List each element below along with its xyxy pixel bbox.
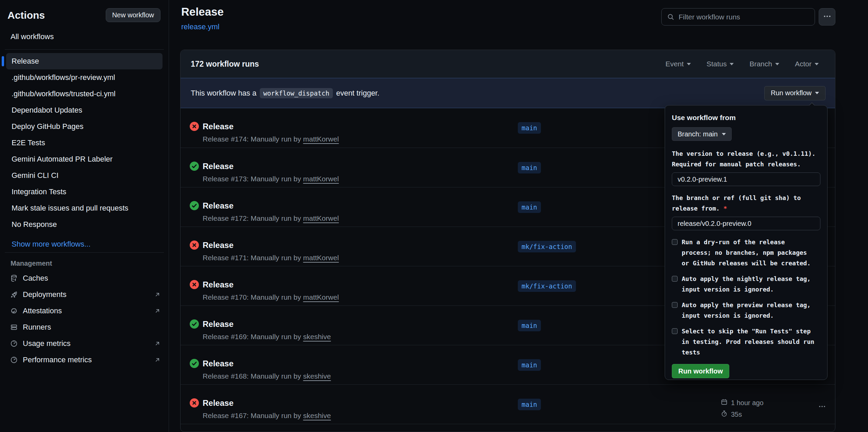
- workflow-item-label: Gemini Automated PR Labeler: [12, 155, 113, 164]
- chevron-down-icon: [687, 63, 691, 65]
- workflow-item-label: No Response: [12, 220, 57, 229]
- sidebar-workflow-item[interactable]: .github/workflows/trusted-ci.yml: [6, 86, 163, 102]
- success-icon: [190, 359, 199, 368]
- actor-link[interactable]: mattKorwel: [303, 293, 339, 301]
- actor-link[interactable]: mattKorwel: [303, 135, 339, 143]
- management-item-label: Usage metrics: [23, 339, 71, 348]
- branch-badge[interactable]: main: [518, 359, 541, 371]
- branch-badge[interactable]: mk/fix-action: [518, 241, 576, 252]
- sidebar-workflow-item[interactable]: Dependabot Updates: [6, 102, 163, 118]
- workflow-input[interactable]: [672, 172, 820, 186]
- management-item[interactable]: Runners: [0, 319, 169, 335]
- checkbox-label: Auto apply the preview release tag, inpu…: [682, 300, 815, 321]
- workflow-checkbox-row[interactable]: Run a dry-run of the release process; no…: [672, 237, 820, 268]
- arrow-up-right-icon: [154, 340, 161, 347]
- all-workflows-link[interactable]: All workflows: [11, 32, 160, 41]
- checkbox[interactable]: [672, 276, 678, 282]
- workflow-input[interactable]: [672, 217, 820, 230]
- run-workflow-dropdown-button[interactable]: Run workflow: [764, 86, 826, 100]
- sidebar-workflow-item[interactable]: Deploy GitHub Pages: [6, 118, 163, 135]
- checkbox[interactable]: [672, 328, 678, 334]
- run-started-time: 1 hour ago: [731, 399, 764, 407]
- workflow-item-label: Release: [12, 57, 39, 66]
- workflow-run-row[interactable]: Release Release #167: Manually run byske…: [181, 384, 835, 424]
- run-options-kebab-button[interactable]: [818, 402, 826, 412]
- runs-filter-dropdown[interactable]: Event: [665, 60, 691, 68]
- server-icon: [10, 323, 18, 331]
- actor-link[interactable]: mattKorwel: [303, 175, 339, 183]
- runs-filter-dropdown[interactable]: Status: [707, 60, 734, 68]
- stopwatch-icon: [720, 410, 728, 419]
- required-asterisk: *: [720, 205, 727, 212]
- checkbox-label: Select to skip the "Run Tests" step in t…: [682, 326, 815, 358]
- sidebar-workflow-item[interactable]: No Response: [6, 216, 163, 233]
- run-duration: 35s: [731, 411, 742, 418]
- runs-filter-dropdown[interactable]: Actor: [795, 60, 819, 68]
- actor-link[interactable]: skeshive: [303, 412, 331, 419]
- management-item[interactable]: Usage metrics: [0, 335, 169, 352]
- workflow-checkbox-row[interactable]: Select to skip the "Run Tests" step in t…: [672, 326, 820, 358]
- sidebar-workflow-item[interactable]: Mark stale issues and pull requests: [6, 200, 163, 216]
- runs-filters: Event Status Branch Actor: [665, 60, 819, 68]
- workflow-checkbox-row[interactable]: Auto apply the preview release tag, inpu…: [672, 300, 820, 321]
- workflow-checkbox-row[interactable]: Auto apply the nightly release tag, inpu…: [672, 273, 820, 295]
- management-heading: Management: [0, 260, 169, 267]
- sidebar-workflow-item[interactable]: .github/workflows/pr-review.yml: [6, 69, 163, 86]
- new-workflow-button[interactable]: New workflow: [106, 8, 160, 22]
- failure-icon: [190, 240, 199, 250]
- failure-icon: [190, 280, 199, 289]
- branch-badge[interactable]: main: [518, 122, 541, 134]
- actor-link[interactable]: mattKorwel: [303, 254, 339, 262]
- workflow-options-kebab-button[interactable]: [819, 8, 835, 26]
- input-description: The branch or ref (full git sha) to rele…: [672, 193, 820, 214]
- branch-badge[interactable]: main: [518, 320, 541, 331]
- cache-icon: [10, 274, 18, 282]
- arrow-up-right-icon: [154, 291, 161, 298]
- chevron-down-icon: [775, 63, 779, 65]
- run-workflow-submit-button[interactable]: Run workflow: [672, 364, 729, 378]
- management-item-label: Deployments: [23, 290, 66, 299]
- management-item-label: Caches: [23, 274, 48, 283]
- chevron-down-icon: [730, 63, 734, 65]
- meter-icon: [10, 339, 18, 348]
- workflow-file-link[interactable]: release.yml: [181, 22, 219, 31]
- run-meta: 1 hour ago 35s: [720, 398, 764, 419]
- workflow-list: Release .github/workflows/pr-review.yml …: [0, 50, 169, 233]
- sidebar-workflow-item[interactable]: E2E Tests: [6, 135, 163, 151]
- management-item[interactable]: Deployments: [0, 286, 169, 303]
- sidebar-workflow-item[interactable]: Integration Tests: [6, 184, 163, 200]
- filter-workflow-runs-input[interactable]: [661, 8, 815, 26]
- branch-badge[interactable]: main: [518, 201, 541, 213]
- workflow-item-label: Deploy GitHub Pages: [12, 122, 84, 131]
- sidebar-workflow-item[interactable]: Release: [6, 53, 163, 69]
- checkbox-label: Auto apply the nightly release tag, inpu…: [682, 273, 815, 295]
- management-item[interactable]: Caches: [0, 270, 169, 286]
- branch-badge[interactable]: main: [518, 162, 541, 173]
- management-item[interactable]: Performance metrics: [0, 352, 169, 368]
- management-item-label: Runners: [23, 323, 51, 332]
- actor-link[interactable]: skeshive: [303, 333, 331, 340]
- runs-filter-dropdown[interactable]: Branch: [749, 60, 779, 68]
- management-item-label: Performance metrics: [23, 355, 92, 364]
- success-icon: [190, 162, 199, 171]
- branch-badge[interactable]: mk/fix-action: [518, 280, 576, 292]
- sidebar-workflow-item[interactable]: Gemini Automated PR Labeler: [6, 151, 163, 167]
- checkbox[interactable]: [672, 239, 678, 245]
- workflow-item-label: E2E Tests: [12, 138, 45, 147]
- show-more-workflows-link[interactable]: Show more workflows...: [6, 236, 163, 252]
- page-title: Release: [181, 5, 224, 18]
- actor-link[interactable]: mattKorwel: [303, 214, 339, 222]
- chevron-down-icon: [815, 63, 819, 65]
- kebab-horizontal-icon: [823, 12, 832, 22]
- branch-badge[interactable]: main: [518, 399, 541, 410]
- panel-heading: Use workflow from: [672, 114, 820, 122]
- workflow-input-field: The version to release (e.g., v0.1.11). …: [672, 148, 820, 193]
- checkbox[interactable]: [672, 302, 678, 308]
- sidebar-workflow-item[interactable]: Gemini CLI CI: [6, 167, 163, 184]
- verified-icon: [10, 307, 18, 315]
- management-item[interactable]: Attestations: [0, 303, 169, 319]
- branch-select-button[interactable]: Branch: main: [672, 127, 732, 141]
- chevron-down-icon: [722, 133, 726, 135]
- success-icon: [190, 201, 199, 210]
- actor-link[interactable]: skeshive: [303, 372, 331, 380]
